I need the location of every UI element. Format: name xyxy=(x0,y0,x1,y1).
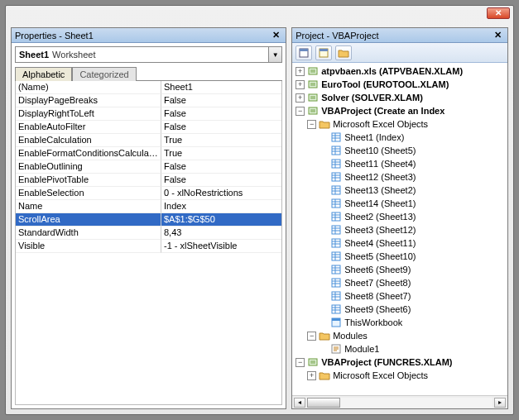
tree-node-label: Sheet11 (Sheet4) xyxy=(344,159,416,169)
tree-node[interactable]: Sheet11 (Sheet4) xyxy=(319,157,506,170)
project-toolbar xyxy=(292,43,507,63)
property-row[interactable]: Visible-1 - xlSheetVisible xyxy=(16,240,281,253)
properties-titlebar[interactable]: Properties - Sheet1 ✕ xyxy=(12,28,286,43)
property-value[interactable]: False xyxy=(161,160,281,174)
scroll-right-button[interactable]: ▸ xyxy=(494,398,506,408)
properties-tabs: Alphabetic Categorized xyxy=(12,66,286,80)
expand-icon[interactable]: + xyxy=(296,80,305,89)
view-object-button[interactable] xyxy=(315,45,332,60)
tree-node-label: Modules xyxy=(333,331,368,341)
property-name: EnableAutoFilter xyxy=(16,121,161,134)
scroll-track[interactable] xyxy=(307,398,493,408)
tab-categorized[interactable]: Categorized xyxy=(72,67,136,81)
properties-grid[interactable]: (Name)Sheet1DisplayPageBreaksFalseDispla… xyxy=(15,81,282,405)
property-name: DisplayRightToLeft xyxy=(16,107,161,121)
tree-node-label: Solver (SOLVER.XLAM) xyxy=(321,93,423,103)
collapse-icon[interactable]: − xyxy=(296,107,305,116)
property-value[interactable]: 8,43 xyxy=(161,227,281,240)
tree-node[interactable]: ThisWorkbook xyxy=(319,316,506,329)
scroll-thumb[interactable] xyxy=(307,398,340,408)
property-row[interactable]: EnablePivotTableFalse xyxy=(16,174,281,187)
tree-node-label: ThisWorkbook xyxy=(344,317,402,327)
window-close-button[interactable]: ✕ xyxy=(487,7,510,19)
property-value[interactable]: False xyxy=(161,107,281,121)
property-row[interactable]: StandardWidth8,43 xyxy=(16,227,281,240)
property-name: EnableFormatConditionsCalculation xyxy=(16,147,161,160)
scroll-left-button[interactable]: ◂ xyxy=(294,398,305,408)
expand-icon[interactable]: + xyxy=(296,67,305,76)
object-selector-dropdown[interactable]: ▼ xyxy=(268,47,281,62)
folder-icon xyxy=(318,330,331,341)
collapse-icon[interactable]: − xyxy=(307,120,316,129)
project-titlebar[interactable]: Project - VBAProject ✕ xyxy=(292,28,507,43)
property-value[interactable]: $A$1:$G$50 xyxy=(161,213,281,227)
svg-rect-3 xyxy=(320,49,328,51)
toggle-folders-button[interactable] xyxy=(335,45,352,60)
property-row[interactable]: ScrollArea$A$1:$G$50 xyxy=(16,213,281,227)
project-close-button[interactable]: ✕ xyxy=(491,30,504,41)
property-name: EnableSelection xyxy=(16,187,161,200)
project-tree[interactable]: +atpvbaen.xls (ATPVBAEN.XLAM)+EuroTool (… xyxy=(292,63,507,395)
expand-icon[interactable]: + xyxy=(296,93,305,103)
tree-node[interactable]: Sheet10 (Sheet5) xyxy=(319,144,506,157)
property-row[interactable]: DisplayPageBreaksFalse xyxy=(16,94,281,107)
tree-node[interactable]: +atpvbaen.xls (ATPVBAEN.XLAM) xyxy=(296,64,506,78)
tree-node[interactable]: Sheet5 (Sheet10) xyxy=(319,250,506,263)
tree-node[interactable]: +Microsoft Excel Objects xyxy=(307,369,506,382)
collapse-icon[interactable]: − xyxy=(307,332,316,341)
property-value[interactable]: Sheet1 xyxy=(161,81,281,94)
property-value[interactable]: False xyxy=(161,174,281,187)
tree-node[interactable]: Sheet12 (Sheet3) xyxy=(319,170,506,184)
tree-node[interactable]: Sheet7 (Sheet8) xyxy=(319,276,506,289)
property-value[interactable]: -1 - xlSheetVisible xyxy=(161,240,281,253)
tree-node[interactable]: +EuroTool (EUROTOOL.XLAM) xyxy=(296,78,506,91)
svg-rect-16 xyxy=(332,133,340,141)
property-row[interactable]: EnableSelection0 - xlNoRestrictions xyxy=(16,187,281,200)
sheet-icon xyxy=(329,145,343,156)
tree-node[interactable]: −VBAProject (FUNCRES.XLAM) xyxy=(296,356,506,369)
property-value[interactable]: Index xyxy=(161,200,281,213)
property-row[interactable]: (Name)Sheet1 xyxy=(16,81,281,94)
property-value[interactable]: True xyxy=(161,134,281,147)
tab-alphabetic[interactable]: Alphabetic xyxy=(15,67,72,81)
tree-node[interactable]: Sheet9 (Sheet6) xyxy=(319,303,506,316)
property-value[interactable]: True xyxy=(161,147,281,160)
tree-node[interactable]: −Modules xyxy=(307,329,506,342)
tree-node[interactable]: +Solver (SOLVER.XLAM) xyxy=(296,91,506,104)
tree-node[interactable]: −Microsoft Excel Objects xyxy=(307,117,506,131)
tree-node[interactable]: Sheet13 (Sheet2) xyxy=(319,184,506,197)
properties-close-button[interactable]: ✕ xyxy=(269,30,282,41)
property-value[interactable]: False xyxy=(161,121,281,134)
tree-node[interactable]: Sheet8 (Sheet7) xyxy=(319,289,506,303)
tree-node[interactable]: Sheet6 (Sheet9) xyxy=(319,263,506,276)
property-row[interactable]: EnableOutliningFalse xyxy=(16,160,281,174)
property-row[interactable]: NameIndex xyxy=(16,200,281,213)
tree-node[interactable]: Sheet2 (Sheet13) xyxy=(319,210,506,223)
property-name: Name xyxy=(16,200,161,213)
property-value[interactable]: 0 - xlNoRestrictions xyxy=(161,187,281,200)
svg-rect-10 xyxy=(309,94,317,101)
svg-rect-64 xyxy=(332,292,340,300)
tree-node[interactable]: Sheet3 (Sheet12) xyxy=(319,223,506,236)
tree-node[interactable]: Module1 xyxy=(319,342,506,356)
property-row[interactable]: EnableAutoFilterFalse xyxy=(16,121,281,134)
svg-rect-32 xyxy=(332,186,340,194)
object-selector[interactable]: Sheet1 Worksheet ▼ xyxy=(15,46,282,63)
property-row[interactable]: DisplayRightToLeftFalse xyxy=(16,107,281,121)
sheet-icon xyxy=(329,277,343,289)
property-row[interactable]: EnableFormatConditionsCalculationTrue xyxy=(16,147,281,160)
tree-node-label: Sheet5 (Sheet10) xyxy=(344,251,416,261)
sheet-icon xyxy=(329,251,343,262)
view-code-button[interactable] xyxy=(296,45,312,60)
expand-icon[interactable]: + xyxy=(307,371,316,380)
tree-node[interactable]: Sheet1 (Index) xyxy=(319,131,506,144)
tree-node[interactable]: −VBAProject (Create an Index xyxy=(296,104,506,117)
collapse-icon[interactable]: − xyxy=(296,358,305,367)
tree-node[interactable]: Sheet14 (Sheet1) xyxy=(319,197,506,210)
tree-node[interactable]: Sheet4 (Sheet11) xyxy=(319,236,506,250)
svg-rect-28 xyxy=(332,173,340,181)
property-row[interactable]: EnableCalculationTrue xyxy=(16,134,281,147)
property-value[interactable]: False xyxy=(161,94,281,107)
horizontal-scrollbar[interactable]: ◂ ▸ xyxy=(292,395,507,408)
vbproj-icon xyxy=(306,105,320,117)
